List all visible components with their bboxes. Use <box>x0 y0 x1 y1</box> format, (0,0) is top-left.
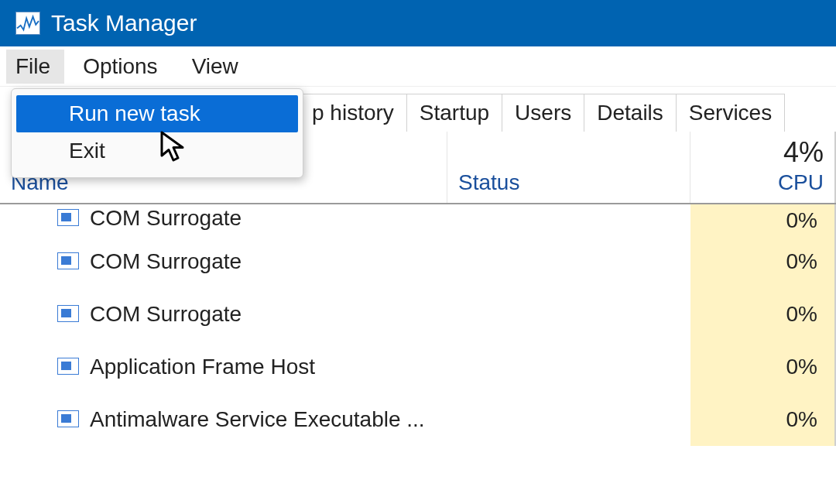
process-cpu: 0% <box>690 288 836 341</box>
process-name: Application Frame Host <box>90 355 315 379</box>
process-name: COM Surrogate <box>90 206 242 231</box>
svg-rect-6 <box>61 309 71 317</box>
menu-bar: File Options View <box>0 46 836 87</box>
table-row[interactable]: Application Frame Host 0% <box>0 341 836 393</box>
process-status <box>447 204 690 206</box>
process-icon <box>57 358 79 376</box>
window-title: Task Manager <box>51 10 197 36</box>
menu-item-run-new-task[interactable]: Run new task <box>16 95 298 132</box>
process-icon <box>57 209 79 228</box>
process-name: Antimalware Service Executable ... <box>90 407 425 432</box>
table-row[interactable]: Antimalware Service Executable ... 0% <box>0 393 836 446</box>
table-row[interactable]: COM Surrogate 0% <box>0 288 836 341</box>
svg-rect-8 <box>61 362 71 370</box>
menu-options[interactable]: Options <box>67 50 173 84</box>
column-cpu[interactable]: 4% CPU <box>690 132 836 203</box>
process-name: COM Surrogate <box>90 302 242 327</box>
svg-rect-10 <box>61 414 71 423</box>
svg-rect-2 <box>61 213 71 221</box>
process-icon <box>57 410 79 429</box>
svg-rect-4 <box>61 256 71 265</box>
column-status[interactable]: Status <box>447 132 690 203</box>
process-cpu: 0% <box>690 235 836 288</box>
process-cpu: 0% <box>690 341 836 393</box>
tab-startup[interactable]: Startup <box>406 94 502 132</box>
table-row[interactable]: COM Surrogate 0% <box>0 204 836 235</box>
table-row[interactable]: COM Surrogate 0% <box>0 235 836 288</box>
tab-app-history-partial[interactable]: p history <box>299 94 407 132</box>
tab-services[interactable]: Services <box>676 94 785 132</box>
process-cpu: 0% <box>690 393 836 446</box>
process-name: COM Surrogate <box>90 249 242 274</box>
cpu-total: 4% <box>783 136 824 169</box>
tab-users[interactable]: Users <box>502 94 584 132</box>
tab-details[interactable]: Details <box>584 94 677 132</box>
process-list: COM Surrogate 0% COM Surrogate 0% COM Su… <box>0 204 836 446</box>
menu-item-exit[interactable]: Exit <box>16 132 298 170</box>
process-icon <box>57 252 79 271</box>
task-manager-icon <box>15 12 40 35</box>
menu-view[interactable]: View <box>176 50 254 84</box>
menu-file[interactable]: File <box>6 50 64 84</box>
cpu-label: CPU <box>778 170 824 195</box>
file-menu-dropdown: Run new task Exit <box>11 88 303 178</box>
process-cpu: 0% <box>690 204 836 235</box>
process-icon <box>57 305 79 324</box>
title-bar: Task Manager <box>0 0 836 46</box>
